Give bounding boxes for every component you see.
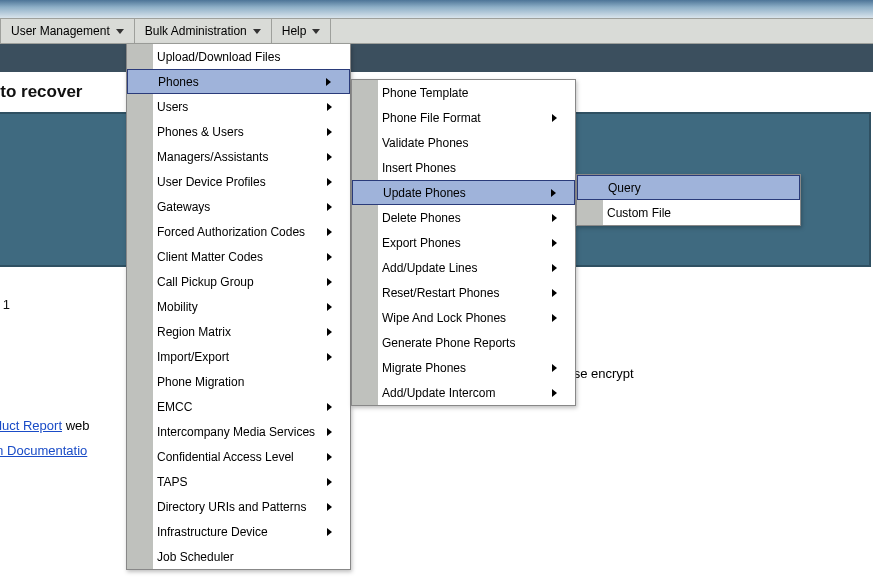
menu-item-label: Query xyxy=(608,181,781,195)
menu-item-managers-assistants[interactable]: Managers/Assistants xyxy=(127,144,350,169)
menu-gutter xyxy=(352,205,378,230)
update-phones-item-query[interactable]: Query xyxy=(577,175,800,200)
phones-item-export-phones[interactable]: Export Phones xyxy=(352,230,575,255)
menu-gutter xyxy=(127,369,153,394)
phones-item-phone-template[interactable]: Phone Template xyxy=(352,80,575,105)
menu-item-upload-download-files[interactable]: Upload/Download Files xyxy=(127,44,350,69)
menu-user-management-label: User Management xyxy=(11,24,110,38)
chevron-right-icon xyxy=(327,228,332,236)
menu-item-label: Import/Export xyxy=(157,350,327,364)
menu-item-label: Intercompany Media Services xyxy=(157,425,327,439)
menu-item-infrastructure-device[interactable]: Infrastructure Device xyxy=(127,519,350,544)
caret-down-icon xyxy=(253,29,261,34)
menu-bulk-administration[interactable]: Bulk Administration xyxy=(135,19,272,43)
system-documentation-link[interactable]: s System Documentatio xyxy=(0,443,87,458)
menu-gutter xyxy=(578,176,604,199)
caret-down-icon xyxy=(312,29,320,34)
chevron-right-icon xyxy=(327,103,332,111)
menu-gutter xyxy=(352,380,378,405)
menu-item-label: Managers/Assistants xyxy=(157,150,327,164)
link-line1-suffix: web xyxy=(62,418,89,433)
menu-item-label: Upload/Download Files xyxy=(157,50,332,64)
menu-item-call-pickup-group[interactable]: Call Pickup Group xyxy=(127,269,350,294)
chevron-right-icon xyxy=(327,128,332,136)
menu-item-client-matter-codes[interactable]: Client Matter Codes xyxy=(127,244,350,269)
phones-item-update-phones[interactable]: Update Phones xyxy=(352,180,575,205)
menu-gutter xyxy=(128,70,154,93)
menu-gutter xyxy=(352,80,378,105)
menu-gutter xyxy=(127,494,153,519)
menu-item-label: User Device Profiles xyxy=(157,175,327,189)
menu-gutter xyxy=(352,355,378,380)
menu-item-label: Migrate Phones xyxy=(382,361,552,375)
menu-item-phone-migration[interactable]: Phone Migration xyxy=(127,369,350,394)
menu-item-label: Validate Phones xyxy=(382,136,557,150)
phones-item-add-update-intercom[interactable]: Add/Update Intercom xyxy=(352,380,575,405)
menu-item-job-scheduler[interactable]: Job Scheduler xyxy=(127,544,350,569)
chevron-right-icon xyxy=(327,503,332,511)
phones-item-wipe-and-lock-phones[interactable]: Wipe And Lock Phones xyxy=(352,305,575,330)
menu-gutter xyxy=(127,244,153,269)
menu-item-mobility[interactable]: Mobility xyxy=(127,294,350,319)
chevron-right-icon xyxy=(552,314,557,322)
phones-item-add-update-lines[interactable]: Add/Update Lines xyxy=(352,255,575,280)
menu-gutter xyxy=(127,94,153,119)
chevron-right-icon xyxy=(552,264,557,272)
menu-gutter xyxy=(127,344,153,369)
menu-item-region-matrix[interactable]: Region Matrix xyxy=(127,319,350,344)
phones-item-delete-phones[interactable]: Delete Phones xyxy=(352,205,575,230)
menu-item-label: Delete Phones xyxy=(382,211,552,225)
menu-item-label: Insert Phones xyxy=(382,161,557,175)
menu-gutter xyxy=(127,219,153,244)
menu-item-intercompany-media-services[interactable]: Intercompany Media Services xyxy=(127,419,350,444)
menu-gutter xyxy=(127,469,153,494)
menu-gutter xyxy=(352,105,378,130)
phones-item-insert-phones[interactable]: Insert Phones xyxy=(352,155,575,180)
menu-item-directory-uris-and-patterns[interactable]: Directory URIs and Patterns xyxy=(127,494,350,519)
menu-gutter xyxy=(127,119,153,144)
product-report-link[interactable]: nce Product Report xyxy=(0,418,62,433)
phones-item-validate-phones[interactable]: Validate Phones xyxy=(352,130,575,155)
menu-item-label: EMCC xyxy=(157,400,327,414)
chevron-right-icon xyxy=(327,153,332,161)
chevron-right-icon xyxy=(552,114,557,122)
menu-help[interactable]: Help xyxy=(272,19,332,43)
phones-item-generate-phone-reports[interactable]: Generate Phone Reports xyxy=(352,330,575,355)
menu-gutter xyxy=(127,419,153,444)
menu-item-label: Phone Migration xyxy=(157,375,332,389)
menu-item-label: Update Phones xyxy=(383,186,551,200)
menu-item-taps[interactable]: TAPS xyxy=(127,469,350,494)
caret-down-icon xyxy=(116,29,124,34)
menu-item-label: Phone Template xyxy=(382,86,557,100)
menu-item-forced-authorization-codes[interactable]: Forced Authorization Codes xyxy=(127,219,350,244)
chevron-right-icon xyxy=(327,328,332,336)
phones-item-phone-file-format[interactable]: Phone File Format xyxy=(352,105,575,130)
menu-item-user-device-profiles[interactable]: User Device Profiles xyxy=(127,169,350,194)
chevron-right-icon xyxy=(327,253,332,261)
chevron-right-icon xyxy=(327,353,332,361)
phones-item-reset-restart-phones[interactable]: Reset/Restart Phones xyxy=(352,280,575,305)
menu-item-confidential-access-level[interactable]: Confidential Access Level xyxy=(127,444,350,469)
chevron-right-icon xyxy=(327,278,332,286)
menu-item-phones-users[interactable]: Phones & Users xyxy=(127,119,350,144)
menu-item-phones[interactable]: Phones xyxy=(127,69,350,94)
menu-gutter xyxy=(352,280,378,305)
menu-item-import-export[interactable]: Import/Export xyxy=(127,344,350,369)
menu-item-users[interactable]: Users xyxy=(127,94,350,119)
menu-item-gateways[interactable]: Gateways xyxy=(127,194,350,219)
phones-item-migrate-phones[interactable]: Migrate Phones xyxy=(352,355,575,380)
chevron-right-icon xyxy=(552,214,557,222)
menu-gutter xyxy=(127,544,153,569)
menu-item-label: Add/Update Lines xyxy=(382,261,552,275)
chevron-right-icon xyxy=(552,239,557,247)
menu-item-emcc[interactable]: EMCC xyxy=(127,394,350,419)
menu-item-label: Region Matrix xyxy=(157,325,327,339)
submenu-phones: Phone TemplatePhone File FormatValidate … xyxy=(351,79,576,406)
menu-item-label: Forced Authorization Codes xyxy=(157,225,327,239)
menu-user-management[interactable]: User Management xyxy=(0,19,135,43)
menu-item-label: Export Phones xyxy=(382,236,552,250)
menu-item-label: Wipe And Lock Phones xyxy=(382,311,552,325)
menu-item-label: Mobility xyxy=(157,300,327,314)
menu-gutter xyxy=(127,294,153,319)
update-phones-item-custom-file[interactable]: Custom File xyxy=(577,200,800,225)
